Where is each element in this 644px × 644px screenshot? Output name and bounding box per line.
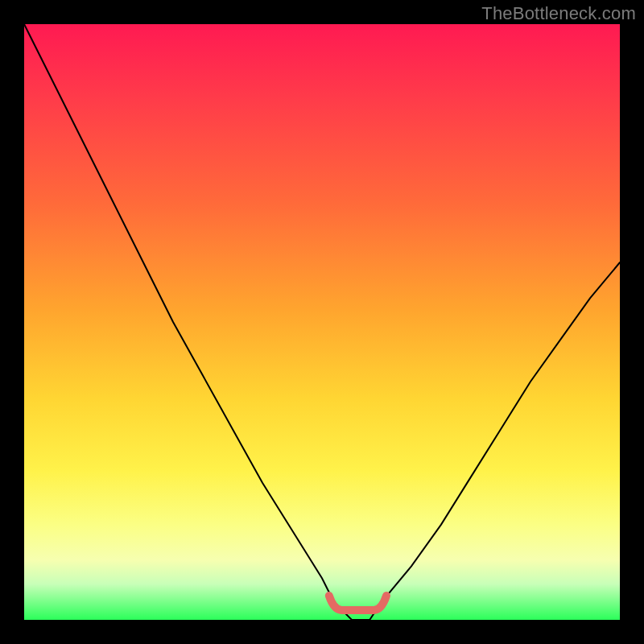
chart-frame: TheBottleneck.com	[0, 0, 644, 644]
watermark-label: TheBottleneck.com	[481, 3, 636, 24]
plot-area	[24, 24, 620, 620]
optimal-region-path	[329, 596, 386, 610]
bottleneck-curve-path	[24, 24, 620, 620]
curve-overlay	[24, 24, 620, 620]
